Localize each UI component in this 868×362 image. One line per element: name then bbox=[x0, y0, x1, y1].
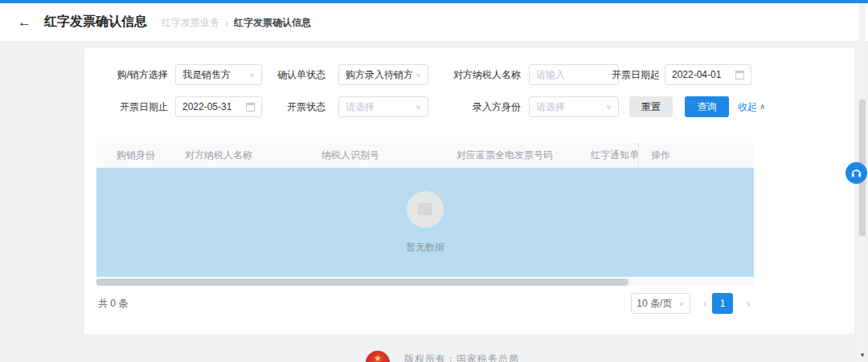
app-header: ← 红字发票确认信息 红字发票业务 › 红字发票确认信息 bbox=[0, 3, 868, 42]
chevron-up-icon: ∧ bbox=[760, 96, 765, 117]
page-title: 红字发票确认信息 bbox=[44, 14, 147, 31]
buyer-seller-value: 我是销售方 bbox=[182, 68, 231, 82]
invoice-status-select[interactable]: 请选择 ∨ bbox=[338, 96, 428, 117]
star-icon: ★ bbox=[374, 351, 382, 362]
confirm-status-label: 确认单状态 bbox=[242, 64, 326, 85]
invoice-date-end-label: 开票日期止 bbox=[84, 96, 168, 117]
breadcrumb-separator-icon: › bbox=[225, 18, 228, 29]
collapse-link[interactable]: 收起 ∧ bbox=[738, 96, 765, 117]
total-count: 共 0 条 bbox=[98, 297, 128, 311]
breadcrumb: 红字发票业务 › 红字发票确认信息 bbox=[162, 16, 311, 30]
horizontal-scrollbar-track[interactable] bbox=[96, 279, 754, 286]
col-taxpayer-id: 纳税人识别号 bbox=[321, 143, 379, 168]
counterparty-name-label: 对方纳税人名称 bbox=[437, 64, 521, 85]
table-header: 购销身份 对方纳税人名称 纳税人识别号 对应蓝票全电发票号码 红字通知单编号 操… bbox=[96, 143, 754, 168]
fixed-column-divider bbox=[638, 143, 639, 168]
entry-party-select[interactable]: 请选择 ∨ bbox=[529, 96, 619, 117]
calendar-icon bbox=[735, 71, 744, 79]
col-red-notice-number: 红字通知单编号 bbox=[591, 143, 638, 168]
page-size-select[interactable]: 10 条/页 ∨ bbox=[631, 293, 690, 314]
pagination-next-icon[interactable]: › bbox=[742, 293, 755, 314]
chevron-down-icon: ∨ bbox=[678, 300, 684, 307]
chevron-down-icon: ∨ bbox=[416, 71, 421, 79]
page-size-value: 10 条/页 bbox=[637, 297, 672, 311]
pagination-prev-icon[interactable]: ‹ bbox=[698, 293, 711, 314]
invoice-status-label: 开票状态 bbox=[242, 96, 326, 117]
col-buyer-seller-identity: 购销身份 bbox=[117, 143, 155, 168]
entry-party-placeholder: 请选择 bbox=[536, 100, 565, 114]
national-emblem-icon: ★ bbox=[366, 351, 390, 362]
chevron-down-icon: ∨ bbox=[416, 104, 421, 111]
empty-state: 暂无数据 bbox=[96, 168, 754, 277]
invoice-date-start-value: 2022-04-01 bbox=[672, 69, 721, 80]
breadcrumb-parent[interactable]: 红字发票业务 bbox=[162, 16, 219, 30]
invoice-date-start-picker[interactable]: 2022-04-01 bbox=[665, 64, 751, 85]
help-float-button[interactable] bbox=[845, 162, 867, 184]
invoice-status-placeholder: 请选择 bbox=[346, 100, 375, 114]
col-blue-invoice-number: 对应蓝票全电发票号码 bbox=[457, 143, 553, 168]
scrollbar-down-arrow-icon[interactable]: ▾ bbox=[857, 350, 868, 360]
headset-icon bbox=[850, 167, 862, 179]
copyright-text: 版权所有：国家税务总局 bbox=[404, 352, 519, 362]
chevron-down-icon: ∨ bbox=[606, 104, 612, 111]
back-arrow-icon[interactable]: ← bbox=[18, 15, 31, 29]
main-card: 购/销方选择 我是销售方 ∨ 确认单状态 购方录入待销方... ∨ 对方纳税人名… bbox=[84, 48, 854, 334]
collapse-label: 收起 bbox=[738, 96, 757, 117]
confirm-status-select[interactable]: 购方录入待销方... ∨ bbox=[338, 64, 428, 85]
horizontal-scrollbar-thumb[interactable] bbox=[96, 279, 628, 286]
confirm-status-value: 购方录入待销方... bbox=[346, 68, 412, 82]
invoice-date-end-value: 2022-05-31 bbox=[182, 101, 231, 112]
query-button[interactable]: 查询 bbox=[685, 96, 729, 117]
empty-data-icon bbox=[407, 191, 444, 228]
col-counterparty-name: 对方纳税人名称 bbox=[185, 143, 252, 168]
empty-text: 暂无数据 bbox=[406, 241, 444, 254]
col-actions: 操作 bbox=[651, 143, 670, 168]
site-footer: ★ 版权所有：国家税务总局 bbox=[0, 348, 868, 362]
entry-party-label: 录入方身份 bbox=[437, 96, 521, 117]
table-body-selection-area[interactable]: 暂无数据 bbox=[96, 168, 754, 277]
breadcrumb-current: 红字发票确认信息 bbox=[234, 16, 311, 30]
buyer-seller-label: 购/销方选择 bbox=[84, 64, 168, 85]
screen: ← 红字发票确认信息 红字发票业务 › 红字发票确认信息 购/销方选择 我是销售… bbox=[0, 0, 868, 362]
pagination-page-1[interactable]: 1 bbox=[712, 293, 733, 314]
invoice-date-start-label: 开票日期起 bbox=[576, 64, 660, 85]
reset-button[interactable]: 重置 bbox=[629, 96, 673, 117]
